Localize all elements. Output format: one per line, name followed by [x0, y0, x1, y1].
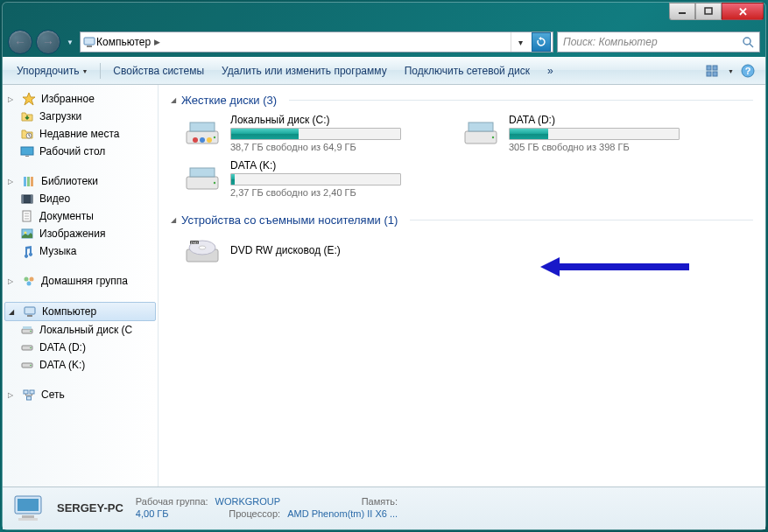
collapse-icon: ◢ — [171, 216, 176, 224]
section-removable[interactable]: ◢ Устройства со съемными носителями (1) — [171, 214, 753, 227]
minimize-button[interactable] — [669, 3, 695, 20]
sidebar-computer[interactable]: ◢ Компьютер — [4, 302, 156, 321]
sidebar-item-desktop[interactable]: Рабочий стол — [3, 143, 158, 160]
sidebar-network[interactable]: ▷ Сеть — [3, 386, 158, 403]
drive-tile-c[interactable]: Локальный диск (C:) 38,7 ГБ свободно из … — [183, 114, 446, 152]
collapse-icon: ◢ — [171, 96, 176, 104]
svg-rect-52 — [190, 168, 215, 177]
svg-rect-7 — [713, 66, 717, 70]
music-icon — [20, 244, 34, 258]
svg-rect-40 — [30, 390, 34, 394]
drive-icon — [20, 340, 34, 354]
help-button[interactable]: ? — [737, 60, 758, 81]
downloads-icon — [20, 109, 34, 123]
chevron-right-icon[interactable]: ▶ — [151, 38, 164, 46]
system-properties-button[interactable]: Свойства системы — [106, 61, 211, 80]
pictures-icon — [20, 227, 34, 241]
network-icon — [22, 388, 36, 402]
svg-rect-19 — [22, 195, 24, 203]
drive-tile-dvd[interactable]: DVD DVD RW дисковод (E:) — [183, 234, 446, 269]
sidebar-item-pictures[interactable]: Изображения — [3, 225, 158, 242]
sidebar-item-drive-k[interactable]: DATA (K:) — [3, 356, 158, 374]
section-drives[interactable]: ◢ Жесткие диски (3) — [171, 94, 753, 107]
command-bar: Упорядочить ▼ Свойства системы Удалить и… — [3, 57, 765, 85]
svg-rect-60 — [18, 499, 39, 511]
nav-history-dropdown[interactable]: ▼ — [64, 30, 76, 54]
svg-rect-16 — [27, 177, 30, 186]
usage-bar — [509, 128, 680, 140]
svg-point-36 — [30, 347, 32, 349]
collapse-icon: ▷ — [8, 391, 17, 399]
svg-rect-33 — [23, 326, 32, 329]
separator — [100, 63, 101, 79]
sidebar-favorites[interactable]: ▷ Избранное — [3, 90, 158, 108]
expand-icon: ◢ — [9, 308, 18, 316]
collapse-icon: ▷ — [8, 178, 17, 186]
sidebar-homegroup[interactable]: ▷ Домашняя группа — [3, 272, 158, 290]
view-options-button[interactable] — [703, 60, 724, 81]
hdd-icon — [183, 161, 222, 196]
sidebar-libraries[interactable]: ▷ Библиотеки — [3, 172, 158, 190]
computer-icon — [23, 304, 37, 318]
refresh-button[interactable] — [532, 32, 551, 52]
drive-tile-d[interactable]: DATA (D:) 305 ГБ свободно из 398 ГБ — [462, 114, 724, 152]
sidebar-item-drive-d[interactable]: DATA (D:) — [3, 339, 158, 356]
svg-rect-51 — [187, 177, 218, 189]
sidebar-item-music[interactable]: Музыка — [3, 242, 158, 260]
search-input[interactable]: Поиск: Компьютер — [557, 32, 760, 52]
search-icon — [742, 36, 754, 48]
svg-rect-8 — [707, 72, 711, 76]
breadcrumb-root[interactable]: Компьютер — [96, 36, 151, 48]
sidebar-item-documents[interactable]: Документы — [3, 207, 158, 225]
drive-tile-k[interactable]: DATA (K:) 2,37 ГБ свободно из 2,40 ГБ — [183, 159, 446, 198]
svg-rect-61 — [22, 515, 34, 518]
uninstall-button[interactable]: Удалить или изменить программу — [215, 61, 394, 80]
svg-rect-1 — [705, 8, 712, 14]
svg-rect-30 — [25, 307, 35, 314]
svg-point-28 — [30, 277, 34, 282]
toolbar-overflow[interactable]: » — [540, 61, 561, 80]
svg-point-4 — [743, 38, 750, 45]
svg-text:DVD: DVD — [191, 241, 199, 245]
svg-point-44 — [193, 137, 198, 143]
svg-point-47 — [214, 136, 215, 138]
sidebar-item-videos[interactable]: Видео — [3, 190, 158, 207]
nav-back-button[interactable]: ← — [8, 30, 32, 54]
svg-point-50 — [492, 136, 494, 138]
status-pc-name: SERGEY-PC — [57, 501, 123, 514]
svg-point-46 — [207, 137, 212, 143]
collapse-icon: ▷ — [8, 95, 17, 103]
address-bar[interactable]: Компьютер ▶ ▾ — [80, 32, 553, 52]
nav-bar: ← → ▼ Компьютер ▶ ▾ Поиск: Компьютер — [3, 27, 765, 57]
svg-rect-20 — [31, 195, 32, 203]
address-dropdown-button[interactable]: ▾ — [511, 32, 530, 52]
view-dropdown[interactable]: ▼ — [728, 68, 734, 74]
svg-point-45 — [200, 137, 205, 143]
organize-menu[interactable]: Упорядочить ▼ — [10, 61, 95, 80]
svg-rect-43 — [190, 122, 215, 131]
sidebar-item-downloads[interactable]: Загрузки — [3, 108, 158, 125]
video-icon — [20, 192, 34, 206]
hdd-icon — [183, 116, 222, 150]
svg-rect-0 — [679, 12, 686, 14]
svg-rect-14 — [25, 156, 29, 157]
svg-rect-17 — [31, 177, 33, 186]
sidebar-item-recent[interactable]: Недавние места — [3, 125, 158, 143]
svg-rect-9 — [713, 72, 717, 76]
svg-point-29 — [27, 282, 32, 286]
svg-rect-39 — [24, 390, 28, 394]
nav-forward-button[interactable]: → — [36, 30, 60, 54]
sidebar-item-drive-c[interactable]: Локальный диск (C — [3, 321, 158, 339]
drive-icon — [20, 323, 34, 337]
svg-line-5 — [750, 44, 753, 47]
svg-rect-3 — [87, 46, 92, 47]
close-button[interactable]: ✕ — [722, 3, 764, 20]
usage-bar — [230, 173, 401, 186]
maximize-button[interactable] — [695, 3, 722, 20]
content-pane: ◢ Жесткие диски (3) Локальный диск (C:) … — [159, 85, 765, 486]
svg-rect-48 — [465, 131, 497, 144]
svg-rect-6 — [707, 66, 711, 70]
map-drive-button[interactable]: Подключить сетевой диск — [398, 61, 537, 80]
drive-icon — [20, 358, 34, 372]
collapse-icon: ▷ — [8, 277, 17, 285]
